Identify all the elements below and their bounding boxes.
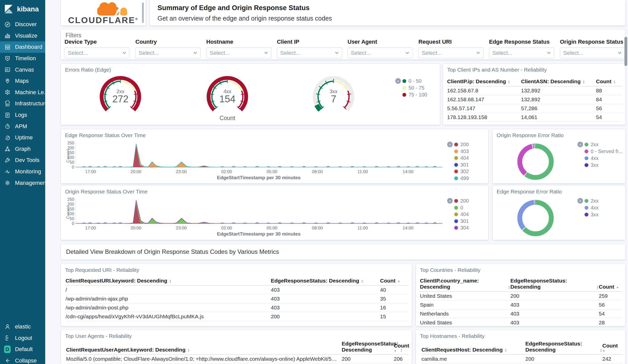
column-header-count[interactable]: Count▲▼ [596,78,622,85]
sidebar-item-dev-tools[interactable]: Dev Tools [0,155,45,166]
legend-item-3xx[interactable]: 3xx [585,162,599,168]
filter-select-request-uri[interactable]: Select... [418,47,484,58]
column-header-clientip-country-name-descending[interactable]: ClientIP.country_name: Descending▲▼ [420,278,510,290]
sidebar-item-management[interactable]: Management [0,177,45,189]
sidebar-item-timelion[interactable]: Timelion [0,53,45,64]
sidebar-item-canvas[interactable]: Canvas [0,64,45,75]
kibana-logo[interactable]: kibana [0,0,45,19]
sidebar-item-logout[interactable]: Logout [0,332,45,344]
legend-expand-icon[interactable]: › [395,78,401,84]
chevron-down-icon [122,51,127,55]
sidebar-item-visualize[interactable]: Visualize [0,30,45,42]
column-header-clientrequestuseragent-keyword-descending[interactable]: ClientRequestUserAgent.keyword: Descendi… [66,347,342,353]
sort-icon: ▲▼ [596,285,599,290]
table-cell: 206 [394,355,409,363]
legend-item-2xx[interactable]: 2xx [585,198,599,204]
column-header-edgeresponsestatus-descending[interactable]: EdgeResponseStatus: Descending▲▼ [342,341,394,353]
column-header-count[interactable]: Count▼ [602,343,622,353]
legend-expand-icon[interactable]: › [447,198,453,204]
sidebar-item-infrastructure[interactable]: Infrastructure [0,98,45,109]
legend-item-3xx[interactable]: 3xx [585,212,599,218]
column-header-count[interactable]: Count▼ [394,343,409,353]
legend-item-200[interactable]: 200 [454,198,469,204]
space-default-badge: D [4,345,11,353]
legend-dot [585,199,588,203]
legend-expand-icon[interactable]: › [447,142,453,147]
sidebar-item-maps[interactable]: Maps [0,75,45,87]
sidebar-item-collapse[interactable]: Collapse [0,355,45,364]
legend-item-0-served-fr[interactable]: 0 - Served fr... [585,148,623,154]
legend-item-302[interactable]: 302 [454,169,469,174]
filter-select-hostname[interactable]: Select... [206,47,272,58]
legend-item-499[interactable]: 499 [454,175,469,181]
legend-item-301[interactable]: 301 [454,218,469,224]
sidebar-item-logs[interactable]: Logs [0,109,45,121]
column-header-edgeresponsestatus-descending[interactable]: EdgeResponseStatus: Descending▲▼ [510,278,599,290]
filter-select-device-type[interactable]: Select... [65,47,130,58]
origin-response-status-over-time-panel: Origin Response Status Over Time Count 0… [61,186,488,240]
sidebar-item-uptime[interactable]: Uptime [0,132,45,143]
column-header-count[interactable]: Count▼ [380,278,409,284]
table-cell: 35 [380,294,409,303]
sidebar-item-label: Default [15,346,33,353]
legend-item-2xx[interactable]: 2xx [585,142,599,147]
column-header-label: ClientIP.country_name: Descending [420,278,506,290]
column-header-count[interactable]: Count▼ [599,284,622,290]
legend-item-304[interactable]: 304 [454,225,469,231]
column-header-clientrequesthost-descending[interactable]: ClientRequestHost: Descending▲▼ [421,347,525,353]
column-header-clientip-ip-descending[interactable]: ClientIP.ip: Descending▲▼ [447,78,521,85]
legend-item-4xx[interactable]: 4xx [585,205,599,211]
sort-icon: ▲▼ [505,348,507,353]
legend-item-404[interactable]: 404 [454,155,469,161]
chevron-down-icon [476,51,480,55]
legend-item-50-75[interactable]: 50 - 75 [402,85,424,91]
column-header-clientrequesturi-keyword-descending[interactable]: ClientRequestURI.keyword: Descending▲▼ [66,278,271,284]
sidebar-item-apm[interactable]: APM [0,121,45,132]
filter-select-country[interactable]: Select... [135,47,201,58]
sidebar-item-graph[interactable]: Graph [0,143,45,155]
sidebar-item-elastic[interactable]: elastic [0,321,45,333]
sort-icon: ▲▼ [613,80,616,85]
filter-select-user-agent[interactable]: Select... [348,47,413,58]
top-hostnames-panel: Top Hostnames - Reliability ClientReques… [416,330,625,364]
table-cell: Spain [420,301,510,309]
filter-field-device-type: Device TypeSelect... [65,39,130,58]
table-cell: United States [420,318,510,327]
sidebar-item-machine-le[interactable]: Machine Le... [0,87,45,98]
table-cell: /wp-admin/admin-ajax.php [66,294,271,303]
legend-item-0-50[interactable]: 0 - 50 [402,78,421,84]
table-cell: 84 [596,95,622,104]
column-header-label: EdgeResponseStatus: Descending [510,278,594,290]
legend-expand-icon[interactable]: › [577,198,583,204]
legend-label: 3xx [591,212,599,218]
legend-item-4xx[interactable]: 4xx [585,155,599,161]
table-row: 162.158.68.147132,89284 [447,95,622,104]
filter-select-client-ip[interactable]: Select... [277,47,342,58]
filter-select-origin-response-status[interactable]: Select... [560,47,625,58]
user-icon [4,323,11,330]
page-scrollbar-thumb[interactable] [624,37,627,66]
legend-item-404[interactable]: 404 [454,211,469,217]
legend-item-301[interactable]: 301 [454,162,469,168]
panel-scrollbar[interactable] [142,3,144,23]
legend-expand-icon[interactable]: › [577,142,583,147]
legend-item-75-100[interactable]: 75 - 100 [402,92,427,98]
legend-item-0[interactable]: 0 [454,205,463,211]
sidebar-item-discover[interactable]: Discover [0,19,45,30]
legend-item-403[interactable]: 403 [454,148,469,154]
column-header-clientasn-descending[interactable]: ClientASN: Descending▲▼ [521,78,596,85]
legend-item-200[interactable]: 200 [454,142,469,147]
column-header-edgeresponsestatus-descending[interactable]: EdgeResponseStatus: Descending▲▼ [271,278,380,284]
sidebar-item-dashboard[interactable]: Dashboard [0,41,45,53]
filter-label: Request URI [418,39,484,45]
x-tick: 05:00 [264,169,280,174]
donut-chart [514,196,557,240]
sidebar-item-default[interactable]: DDefault [0,344,45,355]
top-requested-uri-panel: Top Requested URI - Reliability ClientRe… [61,264,412,326]
column-header-edgeresponsestatus-descending[interactable]: EdgeResponseStatus: Descending▲▼ [525,341,602,353]
table-row: /wp-admin/admin-post.php40316 [66,303,409,312]
filter-select-edge-response-status[interactable]: Select... [489,47,554,58]
y-tick: 150 [64,151,74,155]
filter-label: Hostname [206,39,272,45]
sidebar-item-monitoring[interactable]: Monitoring [0,166,45,177]
